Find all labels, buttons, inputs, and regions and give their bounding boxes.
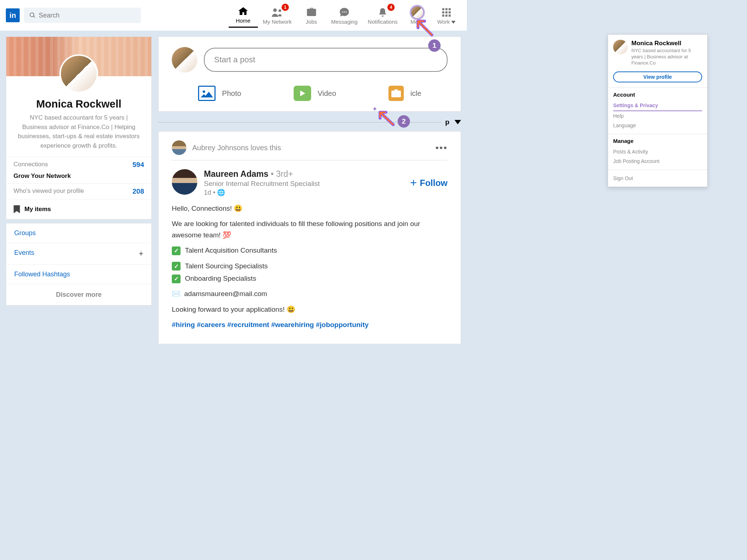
author-avatar[interactable] — [172, 169, 197, 195]
svg-rect-13 — [449, 15, 451, 17]
svg-rect-6 — [445, 8, 448, 10]
connections-label: Connections — [13, 161, 48, 169]
connections-row[interactable]: Connections 594 — [6, 157, 151, 172]
network-badge: 1 — [282, 4, 289, 11]
article-icon — [388, 86, 404, 101]
envelope-icon: ✉️ — [172, 290, 181, 298]
connections-value: 594 — [132, 161, 144, 169]
globe-icon: 🌐 — [217, 189, 225, 196]
nav-notifications[interactable]: 4 Notifications — [363, 3, 403, 28]
nav-jobs[interactable]: Jobs — [297, 3, 326, 28]
bookmark-icon — [13, 205, 20, 213]
annotation-number-2: 2 — [398, 115, 410, 128]
nav-jobs-label: Jobs — [306, 19, 317, 25]
linkedin-logo[interactable]: in — [6, 8, 20, 22]
viewed-value: 208 — [132, 187, 144, 195]
caret-icon — [454, 120, 461, 124]
profile-name[interactable]: Monica Rockwell — [6, 98, 151, 110]
search-input[interactable] — [39, 12, 136, 19]
link-hashtags[interactable]: Followed Hashtags — [6, 265, 151, 284]
profile-desc: NYC based accountant for 5 years | Busin… — [6, 113, 151, 157]
feed-post: Aubrey Johnsons loves this ••• Maureen A… — [158, 131, 461, 344]
reaction-text[interactable]: Aubrey Johnsons loves this — [192, 144, 281, 152]
svg-point-0 — [273, 8, 277, 12]
sort-row[interactable]: p — [158, 115, 461, 131]
briefcase-icon — [306, 7, 317, 18]
links-card: Groups Events+ Followed Hashtags Discove… — [6, 223, 152, 306]
discover-more[interactable]: Discover more — [6, 284, 151, 305]
nav-messaging-label: Messaging — [331, 19, 358, 25]
sparkle-icon: ✦ — [372, 105, 378, 113]
plus-icon[interactable]: + — [139, 249, 143, 258]
svg-point-3 — [344, 11, 345, 12]
link-groups[interactable]: Groups — [6, 223, 151, 243]
bell-icon — [378, 7, 388, 18]
start-post-input[interactable]: Start a post — [204, 48, 448, 72]
profile-card: Monica Rockwell NYC based accountant for… — [6, 36, 152, 219]
search-icon — [29, 12, 36, 19]
svg-point-2 — [342, 11, 343, 12]
post-time: 1d • — [204, 189, 215, 196]
svg-point-1 — [279, 9, 281, 12]
video-icon — [294, 86, 311, 101]
svg-rect-10 — [449, 11, 451, 13]
post-article[interactable]: icle — [388, 86, 421, 101]
grow-network[interactable]: Grow Your Network — [6, 172, 151, 183]
post-composer: Start a post Photo Video icle — [158, 36, 461, 112]
profile-avatar[interactable] — [59, 54, 98, 93]
check-icon: ✓ — [172, 275, 181, 283]
svg-point-14 — [202, 90, 205, 93]
annotation-number-1: 1 — [428, 39, 441, 52]
link-events[interactable]: Events+ — [6, 243, 151, 265]
caret-icon — [419, 21, 424, 24]
svg-rect-11 — [442, 15, 444, 17]
svg-rect-5 — [442, 8, 444, 10]
svg-rect-7 — [449, 8, 451, 10]
post-photo[interactable]: Photo — [198, 86, 241, 101]
reactor-avatar[interactable] — [172, 140, 186, 155]
nav-me[interactable]: Me — [403, 3, 432, 28]
author-name[interactable]: Maureen Adams — [204, 169, 268, 179]
plus-icon: + — [410, 176, 417, 190]
nav-work-label: Work — [437, 19, 450, 25]
nav-me-label: Me — [411, 19, 418, 25]
svg-point-4 — [346, 11, 347, 12]
post-video[interactable]: Video — [294, 86, 336, 101]
svg-rect-8 — [442, 11, 444, 13]
viewed-label: Who's viewed your profile — [13, 187, 84, 195]
post-content: Hello, Connections! 😃 We are looking for… — [172, 203, 448, 331]
hashtags[interactable]: #hiring #careers #recruitment #wearehiri… — [172, 319, 448, 330]
nav-notif-label: Notifications — [368, 19, 398, 25]
grid-icon — [441, 7, 452, 18]
nav-home-label: Home — [236, 18, 251, 24]
nav-network[interactable]: 1 My Network — [258, 3, 297, 28]
author-role: Senior Internal Recruitment Specialist — [204, 180, 320, 188]
nav-network-label: My Network — [263, 19, 292, 25]
check-icon: ✓ — [172, 262, 181, 271]
email-text[interactable]: adamsmaureen@mail.com — [184, 290, 267, 298]
viewed-row[interactable]: Who's viewed your profile 208 — [6, 183, 151, 199]
svg-rect-12 — [445, 15, 448, 17]
message-icon — [339, 7, 350, 18]
follow-button[interactable]: +Follow — [410, 169, 448, 197]
photo-icon — [198, 86, 216, 101]
home-icon — [238, 6, 249, 17]
composer-avatar[interactable] — [172, 47, 197, 73]
nav-messaging[interactable]: Messaging — [326, 3, 363, 28]
nav-work[interactable]: Work — [432, 3, 461, 28]
notif-badge: 4 — [387, 4, 395, 11]
top-nav: in Home 1 My Network Jobs Messaging 4 No… — [0, 0, 467, 31]
me-avatar — [410, 5, 424, 19]
check-icon: ✓ — [172, 246, 181, 255]
caret-icon — [451, 21, 456, 24]
svg-rect-9 — [445, 11, 448, 13]
search-box[interactable] — [24, 8, 141, 23]
author-degree: • 3rd+ — [271, 169, 293, 179]
nav-home[interactable]: Home — [229, 3, 258, 28]
post-menu[interactable]: ••• — [436, 142, 448, 153]
sort-value: p — [445, 118, 449, 126]
my-items[interactable]: My items — [6, 199, 151, 219]
